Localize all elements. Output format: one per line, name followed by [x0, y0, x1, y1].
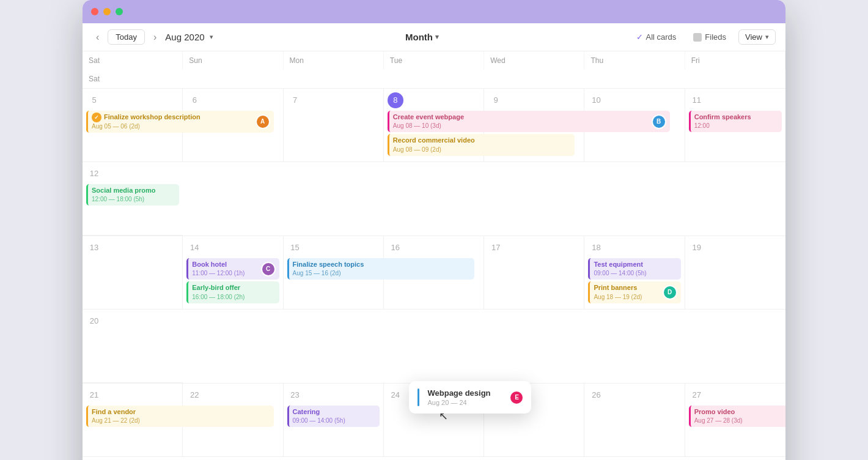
event-title-print-banners: Print banners: [594, 283, 642, 292]
event-confirm-speakers-w1[interactable]: Confirm speakers 12:00: [689, 111, 782, 132]
popup-title: Webpage design: [424, 388, 523, 398]
cell-sat-5: 5 ✓ Finalize workshop description Aug 05…: [83, 89, 183, 162]
close-button[interactable]: [91, 8, 98, 15]
cell-tue-8: 8 Create event webpage Aug 08 — 10 (3d) …: [384, 89, 484, 162]
fileds-icon: [693, 33, 702, 42]
event-test-equipment[interactable]: Test equipment 09:00 — 14:00 (5h): [588, 258, 680, 280]
header-tue: Tue: [384, 51, 484, 70]
cell-fri-19: 19: [685, 236, 785, 310]
cell-fri-27: 27 Promo video Aug 27 — 28 (3d): [685, 384, 785, 457]
event-promo-video[interactable]: Promo video Aug 27 — 28 (3d): [689, 406, 785, 427]
month-chevron-icon[interactable]: ▾: [210, 33, 213, 41]
cell-mon-15: 15 Finalize speech topics Aug 15 — 16 (2…: [284, 236, 384, 310]
event-time-record-video: Aug 08 — 09 (2d): [393, 146, 572, 154]
event-book-hotel[interactable]: Book hotel 11:00 — 12:00 (1h) C: [186, 258, 279, 280]
event-time-finalize-speech: Aug 15 — 16 (2d): [293, 269, 471, 278]
event-title-test-equipment: Test equipment: [594, 260, 677, 269]
event-early-bird[interactable]: Early-bird offer 16:00 — 18:00 (2h): [186, 281, 279, 303]
event-title-social-media: Social media promo: [92, 186, 175, 195]
event-finalize-workshop[interactable]: ✓ Finalize workshop description Aug 05 —…: [86, 111, 274, 133]
popup-date: Aug 20 — 24: [424, 399, 523, 406]
maximize-button[interactable]: [116, 8, 123, 15]
event-finalize-speech[interactable]: Finalize speech topics Aug 15 — 16 (2d): [287, 258, 475, 280]
today-button[interactable]: Today: [108, 29, 145, 45]
date-27: 27: [689, 387, 705, 403]
header-thu: Thu: [584, 51, 685, 70]
date-19: 19: [689, 240, 705, 256]
week-row-3: 21 Find a vendor Aug 21 — 22 (2d) 22 23 …: [83, 384, 785, 460]
view-dropdown[interactable]: Month ▾: [405, 32, 439, 42]
event-title-finalize-workshop: Finalize workshop description: [104, 113, 200, 122]
check-icon: ✓: [636, 32, 643, 42]
cell-tue-24: 24 Webpage design Aug 20 — 24 E ↖: [384, 384, 484, 457]
popup-bar: [417, 388, 419, 406]
all-cards-button[interactable]: ✓ All cards: [631, 30, 682, 44]
cell-thu-26: 26: [584, 384, 685, 457]
event-create-webpage[interactable]: Create event webpage Aug 08 — 10 (3d) B: [388, 111, 670, 132]
month-label: Aug 2020: [165, 32, 204, 42]
next-button[interactable]: ›: [150, 31, 160, 44]
event-time-social-media: 12:00 — 18:00 (5h): [92, 195, 175, 204]
cell-thu-18: 18 Test equipment 09:00 — 14:00 (5h) Pri…: [584, 236, 685, 310]
header-mon: Mon: [284, 51, 384, 70]
event-time-create-webpage: Aug 08 — 10 (3d): [393, 122, 464, 130]
date-14: 14: [186, 240, 202, 256]
cell-mon-23: 23 Catering 09:00 — 14:00 (5h): [284, 384, 384, 457]
titlebar: [83, 0, 785, 23]
event-title-finalize-speech: Finalize speech topics: [293, 260, 471, 269]
event-find-vendor[interactable]: Find a vendor Aug 21 — 22 (2d): [86, 406, 274, 427]
date-22: 22: [186, 387, 202, 403]
view-label2: View: [745, 32, 762, 42]
cell-fri-11: 11 Confirm speakers 12:00: [685, 89, 785, 162]
avatar-finalize-workshop: A: [256, 114, 270, 129]
event-time-test-equipment: 09:00 — 14:00 (5h): [594, 269, 677, 278]
date-24: 24: [388, 387, 403, 403]
event-time-book-hotel: 11:00 — 12:00 (1h): [192, 269, 245, 278]
header-sat2: Sat: [83, 70, 183, 88]
event-print-banners[interactable]: Print banners Aug 18 — 19 (2d) D: [588, 281, 680, 303]
date-15: 15: [287, 240, 303, 256]
date-26: 26: [588, 387, 604, 403]
cell-sat-12: 12 Social media promo 12:00 — 18:00 (5h): [83, 162, 183, 236]
date-12: 12: [86, 166, 102, 182]
event-record-video[interactable]: Record commercial video Aug 08 — 09 (2d): [388, 134, 575, 155]
event-catering[interactable]: Catering 09:00 — 14:00 (5h): [287, 406, 380, 427]
week-row-1: 5 ✓ Finalize workshop description Aug 05…: [83, 89, 785, 236]
event-time-find-vendor: Aug 21 — 22 (2d): [92, 417, 270, 425]
event-title-catering: Catering: [293, 407, 376, 417]
date-6: 6: [186, 92, 202, 108]
event-social-media[interactable]: Social media promo 12:00 — 18:00 (5h): [86, 184, 179, 206]
date-7: 7: [287, 92, 303, 108]
event-time-finalize-workshop: Aug 05 — 06 (2d): [92, 122, 200, 131]
fileds-button[interactable]: Fileds: [688, 30, 731, 44]
prev-button[interactable]: ‹: [92, 31, 103, 44]
fileds-label: Fileds: [705, 32, 726, 42]
date-10: 10: [588, 92, 604, 108]
view-button[interactable]: View ▾: [738, 29, 776, 45]
event-time-early-bird: 16:00 — 18:00 (2h): [192, 293, 275, 302]
minimize-button[interactable]: [103, 8, 111, 15]
header-sat: Sat: [83, 51, 183, 70]
event-time-print-banners: Aug 18 — 19 (2d): [594, 293, 642, 302]
cell-sat-21: 21 Find a vendor Aug 21 — 22 (2d): [83, 384, 183, 457]
event-time-catering: 09:00 — 14:00 (5h): [293, 417, 376, 425]
date-17: 17: [488, 240, 504, 256]
event-title-early-bird: Early-bird offer: [192, 283, 275, 292]
event-title-book-hotel: Book hotel: [192, 260, 245, 269]
date-8: 8: [388, 92, 403, 108]
cell-sun-14: 14 Book hotel 11:00 — 12:00 (1h) C Early…: [183, 236, 283, 310]
event-title-confirm-speakers-w1: Confirm speakers: [694, 113, 778, 122]
event-title-find-vendor: Find a vendor: [92, 407, 270, 417]
cell-mon-7: 7: [284, 89, 384, 162]
header-fri: Fri: [685, 51, 785, 70]
main-window: ‹ Today › Aug 2020 ▾ Month ▾ ✓ All cards…: [83, 0, 785, 460]
cell-sat-28: 28: [83, 457, 183, 460]
avatar-create-webpage: B: [652, 114, 666, 129]
date-9: 9: [488, 92, 504, 108]
date-13: 13: [86, 240, 102, 256]
popup-card[interactable]: Webpage design Aug 20 — 24 E: [409, 381, 531, 414]
date-5: 5: [86, 92, 102, 108]
event-title-promo-video: Promo video: [694, 407, 785, 417]
view-label: Month: [405, 32, 433, 42]
calendar: Sat Sun Mon Tue Wed Thu Fri Sat 5 ✓ Fina…: [83, 51, 785, 460]
